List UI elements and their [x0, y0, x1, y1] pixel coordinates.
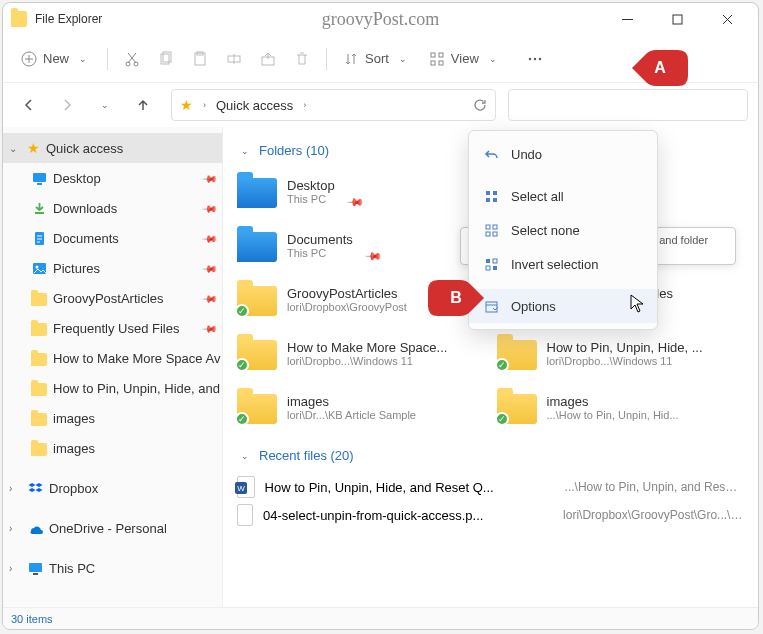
svg-rect-32 — [486, 259, 490, 263]
paste-button[interactable] — [184, 42, 216, 76]
back-button[interactable] — [13, 89, 45, 121]
sidebar-item-documents[interactable]: Documents📌 — [3, 223, 222, 253]
new-button[interactable]: New ⌄ — [13, 42, 99, 76]
menu-select-all[interactable]: Select all — [469, 179, 657, 213]
pin-icon: 📌 — [202, 170, 218, 186]
menu-select-none[interactable]: Select none — [469, 213, 657, 247]
svg-rect-27 — [493, 198, 497, 202]
sidebar-item-pictures[interactable]: Pictures📌 — [3, 253, 222, 283]
svg-rect-30 — [486, 232, 490, 236]
item-count: 30 items — [11, 613, 53, 625]
close-button[interactable] — [704, 3, 750, 35]
sidebar-quick-access[interactable]: ⌄★ Quick access — [3, 133, 222, 163]
recent-locations-button[interactable]: ⌄ — [89, 89, 121, 121]
svg-rect-26 — [486, 198, 490, 202]
recent-group-header[interactable]: ⌄Recent files (20) — [237, 448, 744, 463]
sidebar-item-folder[interactable]: Frequently Used Files📌 — [3, 313, 222, 343]
file-item[interactable]: 04-select-unpin-from-quick-access.p...lo… — [237, 501, 744, 529]
svg-point-16 — [539, 57, 541, 59]
svg-rect-23 — [33, 573, 38, 575]
minimize-button[interactable] — [604, 3, 650, 35]
sidebar-thispc[interactable]: ›This PC — [3, 553, 222, 583]
file-item[interactable]: How to Pin, Unpin, Hide, and Reset Q....… — [237, 473, 744, 501]
sidebar-item-folder[interactable]: GroovyPostArticles📌 — [3, 283, 222, 313]
view-button[interactable]: View ⌄ — [421, 42, 509, 76]
sync-badge-icon: ✓ — [235, 412, 249, 426]
menu-invert-selection[interactable]: Invert selection — [469, 247, 657, 281]
pin-icon: 📌 — [346, 193, 362, 209]
sidebar-item-folder[interactable]: How to Make More Space Av — [3, 343, 222, 373]
share-button[interactable] — [252, 42, 284, 76]
sort-button[interactable]: Sort ⌄ — [335, 42, 419, 76]
svg-rect-36 — [486, 302, 497, 312]
svg-rect-13 — [439, 61, 443, 65]
sidebar-item-desktop[interactable]: Desktop📌 — [3, 163, 222, 193]
svg-rect-11 — [439, 53, 443, 57]
select-all-icon — [483, 189, 499, 204]
folder-item[interactable]: DocumentsThis PC📌 — [237, 222, 485, 268]
folder-item[interactable]: ✓How to Pin, Unpin, Hide, ...lori\Dropbo… — [497, 330, 745, 376]
svg-point-21 — [35, 265, 38, 268]
watermark: groovyPost.com — [322, 9, 440, 30]
address-bar[interactable]: ★ › Quick access › — [171, 89, 496, 121]
svg-rect-22 — [29, 563, 42, 572]
svg-rect-28 — [486, 225, 490, 229]
sync-badge-icon: ✓ — [495, 358, 509, 372]
copy-button[interactable] — [150, 42, 182, 76]
app-icon — [11, 11, 27, 27]
svg-rect-34 — [486, 266, 490, 270]
menu-undo[interactable]: Undo — [469, 137, 657, 171]
svg-rect-10 — [431, 53, 435, 57]
sync-badge-icon: ✓ — [495, 412, 509, 426]
window-title: File Explorer — [35, 12, 604, 26]
sync-badge-icon: ✓ — [235, 304, 249, 318]
callout-a: A — [632, 50, 688, 86]
svg-rect-33 — [493, 259, 497, 263]
pin-icon: 📌 — [202, 290, 218, 306]
svg-rect-25 — [493, 191, 497, 195]
sidebar-item-folder[interactable]: images — [3, 403, 222, 433]
svg-rect-0 — [673, 15, 682, 24]
nav-row: ⌄ ★ › Quick access › — [3, 83, 758, 127]
sort-label: Sort — [365, 51, 389, 66]
pin-icon: 📌 — [202, 320, 218, 336]
sidebar-item-folder[interactable]: How to Pin, Unpin, Hide, and — [3, 373, 222, 403]
undo-icon — [483, 147, 499, 162]
refresh-icon[interactable] — [473, 98, 487, 112]
rename-button[interactable] — [218, 42, 250, 76]
svg-rect-35 — [493, 266, 497, 270]
folder-item[interactable]: ✓images...\How to Pin, Unpin, Hid... — [497, 384, 745, 430]
cursor-icon — [630, 294, 646, 314]
svg-rect-18 — [37, 183, 42, 185]
select-none-icon — [483, 223, 499, 238]
view-label: View — [451, 51, 479, 66]
folder-item[interactable]: ✓imageslori\Dr...\KB Article Sample — [237, 384, 485, 430]
svg-rect-17 — [33, 173, 46, 182]
search-input[interactable] — [508, 89, 748, 121]
svg-rect-24 — [486, 191, 490, 195]
up-button[interactable] — [127, 89, 159, 121]
breadcrumb-root[interactable]: Quick access — [216, 98, 293, 113]
status-bar: 30 items — [3, 607, 758, 629]
forward-button[interactable] — [51, 89, 83, 121]
sidebar-item-folder[interactable]: images — [3, 433, 222, 463]
delete-button[interactable] — [286, 42, 318, 76]
svg-point-15 — [534, 57, 536, 59]
star-icon: ★ — [180, 97, 193, 113]
pin-icon: 📌 — [202, 260, 218, 276]
navigation-pane: ⌄★ Quick access Desktop📌 Downloads📌 Docu… — [3, 127, 223, 607]
titlebar: File Explorer groovyPost.com — [3, 3, 758, 35]
sidebar-onedrive[interactable]: ›OneDrive - Personal — [3, 513, 222, 543]
pin-icon: 📌 — [202, 230, 218, 246]
folder-item[interactable]: DesktopThis PC📌 — [237, 168, 485, 214]
menu-options[interactable]: Options — [469, 289, 657, 323]
sidebar-item-downloads[interactable]: Downloads📌 — [3, 193, 222, 223]
pin-icon: 📌 — [202, 200, 218, 216]
cut-button[interactable] — [116, 42, 148, 76]
more-button[interactable] — [519, 42, 551, 76]
maximize-button[interactable] — [654, 3, 700, 35]
folder-item[interactable]: ✓How to Make More Space...lori\Dropbo...… — [237, 330, 485, 376]
star-icon: ★ — [27, 140, 40, 156]
sync-badge-icon: ✓ — [235, 358, 249, 372]
sidebar-dropbox[interactable]: ›Dropbox — [3, 473, 222, 503]
